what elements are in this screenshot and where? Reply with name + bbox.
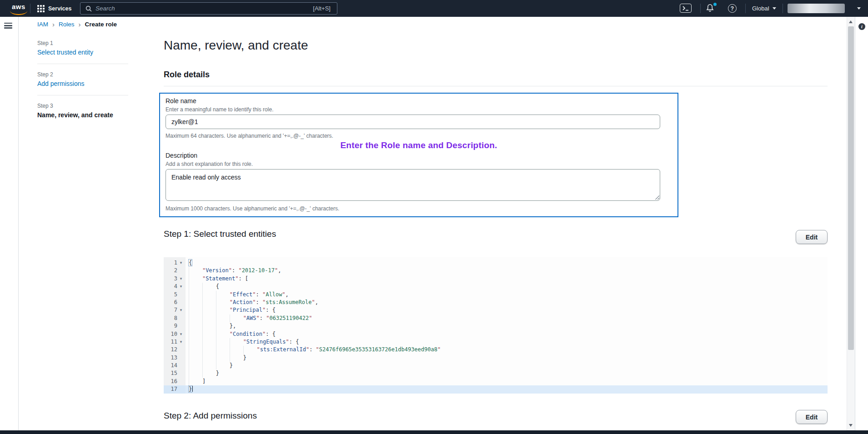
page-scrollbar[interactable] xyxy=(847,17,855,430)
text-cursor xyxy=(192,386,192,392)
code-line: { xyxy=(186,259,828,267)
code-gutter-line: 16 xyxy=(164,378,186,385)
policy-editor-gutter: 1▾23▾4▾567▾8910▾11▾121314151617 xyxy=(164,257,186,394)
code-gutter-line[interactable]: 10▾ xyxy=(164,330,186,338)
step-caption: Step 3 xyxy=(37,103,128,109)
edit-trusted-entities-button[interactable]: Edit xyxy=(796,230,828,244)
code-gutter-line[interactable]: 11▾ xyxy=(164,338,186,346)
step-divider xyxy=(37,64,128,64)
role-details-heading: Role details xyxy=(164,70,210,80)
description-constraint: Maximum 1000 characters. Use alphanumeri… xyxy=(166,205,339,212)
description-hint: Add a short explanation for this role. xyxy=(166,161,253,167)
account-menu-redacted[interactable] xyxy=(788,4,845,13)
step-item-3: Step 3 Name, review, and create xyxy=(37,103,128,119)
code-gutter-line[interactable]: 1▾ xyxy=(164,259,186,267)
aws-smile-icon xyxy=(10,10,27,15)
scrollbar-thumb[interactable] xyxy=(848,26,854,350)
code-line: "Statement": [ xyxy=(186,275,828,283)
role-name-hint: Enter a meaningful name to identify this… xyxy=(166,106,273,113)
step-divider xyxy=(37,95,128,95)
annotation-text: Enter the Role name and Description. xyxy=(160,140,677,150)
breadcrumb-roles-link[interactable]: Roles xyxy=(59,21,75,28)
search-input[interactable] xyxy=(92,5,313,12)
code-line: } xyxy=(186,362,828,369)
code-gutter-line[interactable]: 4▾ xyxy=(164,283,186,290)
apps-grid-icon xyxy=(37,5,45,12)
services-label: Services xyxy=(48,5,71,12)
global-search[interactable]: [Alt+S] xyxy=(80,2,337,15)
code-gutter-line: 2 xyxy=(164,267,186,274)
code-line: "Effect": "Allow", xyxy=(186,291,828,299)
nav-divider xyxy=(745,4,746,13)
side-menu-toggle[interactable] xyxy=(4,23,12,29)
role-name-label: Role name xyxy=(166,97,196,105)
aws-logo-text: aws xyxy=(12,3,25,10)
breadcrumb-iam-link[interactable]: IAM xyxy=(37,21,48,28)
breadcrumb-separator-icon: › xyxy=(79,21,81,27)
notification-dot xyxy=(713,3,717,6)
breadcrumb-separator-icon: › xyxy=(52,21,55,27)
code-gutter-line: 9 xyxy=(164,322,186,330)
description-textarea[interactable]: Enable read only access xyxy=(166,169,660,201)
region-selector[interactable]: Global xyxy=(752,0,776,17)
trust-policy-editor[interactable]: 1▾23▾4▾567▾8910▾11▾121314151617 { "Versi… xyxy=(164,257,828,394)
code-line: "AWS": "063251190422" xyxy=(186,314,828,322)
fold-arrow-icon: ▾ xyxy=(177,338,185,346)
code-gutter-line: 15 xyxy=(164,369,186,377)
gutter-spacer xyxy=(177,369,185,377)
code-line: { xyxy=(186,283,828,290)
description-label: Description xyxy=(166,152,197,159)
step-link-select-trusted-entity[interactable]: Select trusted entity xyxy=(37,49,128,56)
fold-arrow-icon: ▾ xyxy=(177,259,185,267)
breadcrumb: IAM › Roles › Create role xyxy=(37,21,117,28)
role-name-input[interactable] xyxy=(166,115,660,129)
aws-console-window: aws Services [Alt+S] xyxy=(0,0,868,434)
step-item-1: Step 1 Select trusted entity xyxy=(37,40,128,56)
edit-permissions-button[interactable]: Edit xyxy=(796,410,828,424)
footer-bar xyxy=(0,430,868,434)
gutter-spacer xyxy=(177,354,185,362)
help-panel-strip: i xyxy=(855,17,868,430)
notifications-button[interactable] xyxy=(706,4,716,13)
info-glyph: i xyxy=(861,24,863,29)
search-icon xyxy=(85,5,92,12)
fold-arrow-icon: ▾ xyxy=(177,283,185,290)
fold-arrow-icon: ▾ xyxy=(177,306,185,314)
code-line: "Action": "sts:AssumeRole", xyxy=(186,299,828,306)
region-label: Global xyxy=(752,5,769,12)
step-current-name-review-create: Name, review, and create xyxy=(37,111,128,119)
services-menu-button[interactable]: Services xyxy=(37,0,71,17)
info-panel-icon[interactable]: i xyxy=(858,23,865,30)
code-line: } xyxy=(186,369,828,377)
section2-heading: Step 2: Add permissions xyxy=(164,411,257,421)
code-line: } xyxy=(186,354,828,362)
help-button[interactable]: ? xyxy=(728,4,737,13)
scroll-up-arrow-icon[interactable] xyxy=(849,20,853,23)
code-line: }, xyxy=(186,322,828,330)
aws-logo[interactable]: aws xyxy=(9,2,30,15)
code-gutter-line[interactable]: 7▾ xyxy=(164,306,186,314)
code-line: "Condition": { xyxy=(186,330,828,338)
section-divider xyxy=(164,86,828,86)
code-gutter-line[interactable]: 3▾ xyxy=(164,275,186,283)
step-link-add-permissions[interactable]: Add permissions xyxy=(37,80,128,87)
code-line: "Principal": { xyxy=(186,306,828,314)
gutter-spacer xyxy=(177,378,185,385)
account-chevron-down-icon[interactable] xyxy=(857,7,861,10)
code-gutter-line: 6 xyxy=(164,299,186,306)
scroll-down-arrow-icon[interactable] xyxy=(849,424,853,427)
page-title: Name, review, and create xyxy=(164,38,308,53)
code-gutter-line: 8 xyxy=(164,314,186,322)
top-nav-bar: aws Services [Alt+S] xyxy=(0,0,868,17)
step-item-2: Step 2 Add permissions xyxy=(37,71,128,87)
gutter-spacer xyxy=(177,291,185,299)
fold-arrow-icon: ▾ xyxy=(177,330,185,338)
code-line: "StringEquals": { xyxy=(186,338,828,346)
gutter-spacer xyxy=(177,385,185,393)
wizard-steps-nav: Step 1 Select trusted entity Step 2 Add … xyxy=(37,40,128,119)
gutter-spacer xyxy=(177,267,185,274)
code-line: } xyxy=(186,385,828,393)
nav-divider xyxy=(700,4,701,13)
cloudshell-icon[interactable] xyxy=(680,4,692,13)
policy-editor-lines: { "Version": "2012-10-17", "Statement": … xyxy=(186,257,828,394)
